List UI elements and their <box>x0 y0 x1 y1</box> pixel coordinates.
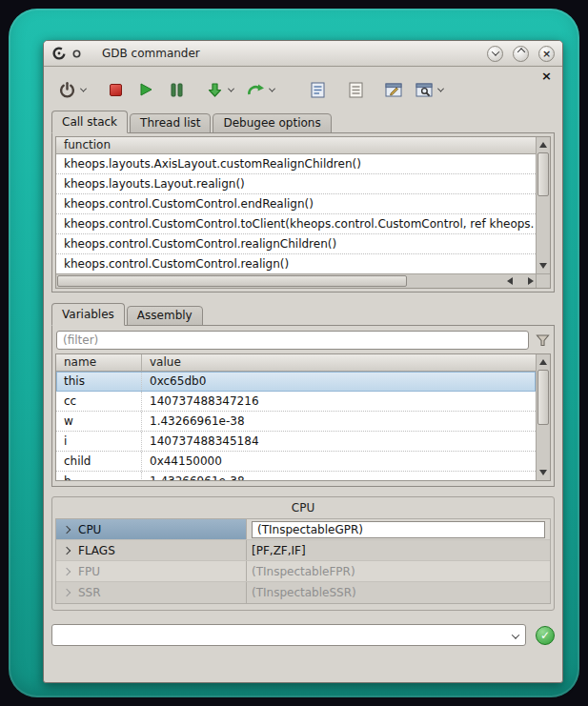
callstack-tabs: Call stack Thread list Debugee options <box>51 111 562 133</box>
column-header-name[interactable]: name <box>56 354 142 371</box>
cpu-tree-row[interactable]: CPU (TInspectableGPR) <box>56 519 550 540</box>
scrollbar-thumb[interactable] <box>537 152 549 196</box>
document-list-icon <box>349 82 363 98</box>
expander-icon[interactable] <box>63 525 71 533</box>
expander-icon[interactable] <box>63 567 71 575</box>
step-over-icon <box>247 82 265 97</box>
tab-assembly[interactable]: Assembly <box>127 306 203 326</box>
debug-toolbar <box>44 67 562 109</box>
variable-row[interactable]: child 0x44150000 <box>56 452 536 472</box>
pause-button[interactable] <box>165 76 188 103</box>
step-into-dropdown[interactable] <box>226 76 236 103</box>
callstack-panel: function kheops.layouts.AxisLayout.custo… <box>51 132 555 292</box>
power-button[interactable] <box>55 76 78 103</box>
shade-button[interactable] <box>487 46 503 62</box>
column-header-value[interactable]: value <box>142 354 536 371</box>
gdb-commander-window: GDB commander × × <box>43 40 563 683</box>
tab-variables[interactable]: Variables <box>51 303 125 326</box>
variable-row[interactable]: w 1.43266961e-38 <box>56 412 536 432</box>
expander-icon[interactable] <box>63 546 71 554</box>
callstack-frame[interactable]: kheops.control.CustomControl.realignChil… <box>56 234 536 254</box>
window-title: GDB commander <box>102 47 200 60</box>
variable-value: 140737488345184 <box>142 432 536 451</box>
scrollbar-thumb[interactable] <box>57 275 407 287</box>
variable-row[interactable]: this 0xc65db0 <box>56 372 536 392</box>
run-button[interactable] <box>134 76 157 103</box>
callstack-frame[interactable]: kheops.layouts.AxisLayout.customRealignC… <box>56 154 536 174</box>
variable-value: 1.43266961e-38 <box>142 472 536 480</box>
callstack-frame[interactable]: kheops.control.CustomControl.toClient(kh… <box>56 214 536 234</box>
scroll-right-icon[interactable] <box>528 277 534 285</box>
cpu-groupbox: CPU CPU (TInspectableGPR) <box>51 496 555 611</box>
cpu-tree-name-cell[interactable]: CPU <box>56 519 247 539</box>
close-button[interactable]: × <box>538 46 555 62</box>
callstack-column-header[interactable]: function <box>56 137 536 154</box>
chevron-down-icon <box>491 48 498 55</box>
scroll-up-icon[interactable] <box>539 359 547 365</box>
variables-rows: this 0xc65db0 cc 140737488347216 w 1.432… <box>56 372 536 480</box>
callstack-frame[interactable]: kheops.layouts.Layout.realign() <box>56 174 536 194</box>
variable-name: w <box>56 412 142 431</box>
scroll-left-icon[interactable] <box>507 277 513 285</box>
filter-input[interactable] <box>56 331 529 350</box>
power-icon <box>58 81 76 99</box>
step-into-button[interactable] <box>203 76 226 103</box>
scrollbar-corner <box>536 273 550 288</box>
variables-header: name value <box>56 354 536 372</box>
step-into-icon <box>207 82 223 98</box>
variable-name: this <box>56 372 142 391</box>
cpu-tree-name-cell[interactable]: FPU <box>56 561 247 581</box>
scroll-up-icon[interactable] <box>539 142 547 148</box>
cpu-tree-name-cell[interactable]: SSR <box>56 582 247 603</box>
scroll-arrows <box>507 274 534 288</box>
power-dropdown[interactable] <box>78 76 89 103</box>
filter-options-icon[interactable] <box>536 333 550 348</box>
register-group-label: SSR <box>78 586 101 599</box>
variable-row[interactable]: b 1.43266961e-38 <box>56 472 536 480</box>
step-over-dropdown[interactable] <box>267 76 277 103</box>
cpu-register-tree: CPU (TInspectableGPR) FLAGS [PF,ZF,IF] <box>55 518 551 604</box>
scrollbar-thumb[interactable] <box>537 370 549 425</box>
variable-row[interactable]: i 140737488345184 <box>56 432 536 452</box>
scroll-down-icon[interactable] <box>539 470 547 475</box>
register-value-field[interactable]: (TInspectableGPR) <box>252 521 545 538</box>
tab-thread-list[interactable]: Thread list <box>130 113 211 133</box>
cpu-tree-name-cell[interactable]: FLAGS <box>56 540 247 560</box>
show-output-button[interactable] <box>306 76 329 103</box>
callstack-rows: kheops.layouts.AxisLayout.customRealignC… <box>56 154 536 273</box>
callstack-frame[interactable]: kheops.control.CustomControl.endRealign(… <box>56 194 536 214</box>
chevron-up-icon <box>517 48 524 55</box>
tab-debugee-options[interactable]: Debugee options <box>213 113 331 133</box>
session-dot-icon <box>72 50 81 58</box>
cpu-tree-row[interactable]: SSR (TInspectableSSR) <box>56 582 550 603</box>
variables-vertical-scrollbar[interactable] <box>536 354 550 480</box>
variable-value: 140737488347216 <box>142 392 536 411</box>
window-content: × <box>44 67 562 682</box>
scroll-down-icon[interactable] <box>539 263 547 269</box>
command-combobox[interactable] <box>51 624 526 646</box>
execute-button[interactable]: ✓ <box>536 626 555 645</box>
stop-icon <box>110 84 122 96</box>
cpu-tree-row[interactable]: FPU (TInspectableFPR) <box>56 561 550 582</box>
restore-button[interactable] <box>513 46 529 62</box>
command-input[interactable] <box>52 625 525 645</box>
dock-close-button[interactable]: × <box>541 70 552 82</box>
tab-call-stack[interactable]: Call stack <box>51 111 128 133</box>
step-over-button[interactable] <box>244 76 267 103</box>
callstack-vertical-scrollbar[interactable] <box>536 137 550 273</box>
stop-button[interactable] <box>104 76 127 103</box>
titlebar[interactable]: GDB commander × <box>44 41 562 67</box>
cpu-group-title: CPU <box>55 499 551 518</box>
variable-row[interactable]: cc 140737488347216 <box>56 392 536 412</box>
edit-watchpoint-button[interactable] <box>382 76 405 103</box>
inspect-window-button[interactable] <box>413 76 436 103</box>
variables-list: name value this 0xc65db0 cc 140737488347… <box>55 353 551 481</box>
callstack-frame[interactable]: kheops.control.CustomControl.realign() <box>56 254 536 273</box>
cpu-tree-row[interactable]: FLAGS [PF,ZF,IF] <box>56 540 550 561</box>
play-icon <box>138 82 153 97</box>
register-group-label: FLAGS <box>78 544 115 557</box>
inspect-dropdown[interactable] <box>436 76 446 103</box>
show-log-button[interactable] <box>344 76 367 103</box>
callstack-horizontal-scrollbar[interactable] <box>56 273 536 288</box>
expander-icon[interactable] <box>63 589 71 596</box>
